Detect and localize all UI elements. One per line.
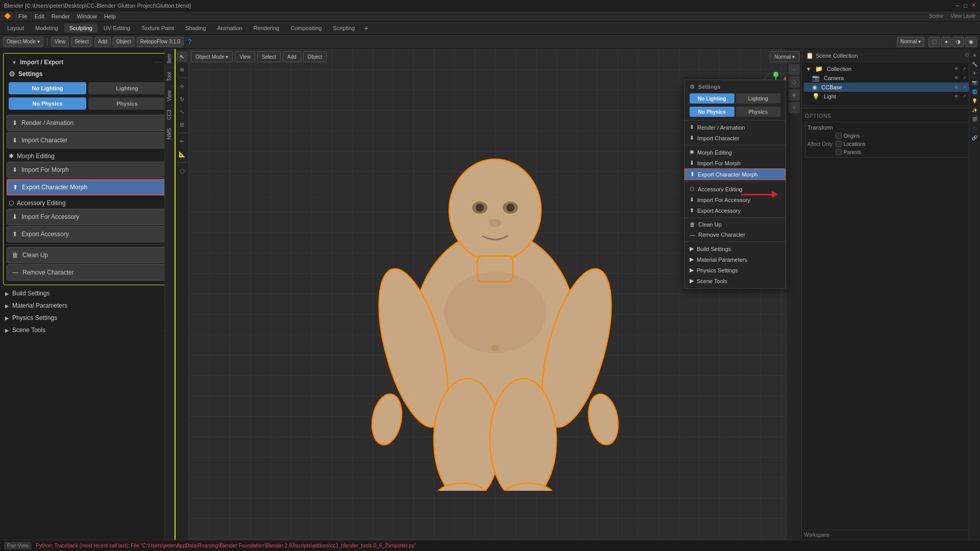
transform-btn[interactable]: ⊞ (177, 119, 188, 130)
sc-light-sel[interactable]: ↗ (961, 93, 968, 100)
sc-light[interactable]: 💡 Light 👁 ↗ 📷 (804, 92, 978, 101)
popup-no-physics[interactable]: No Physics (690, 107, 734, 117)
popup-export-acc[interactable]: ⬆ Export Accessory (684, 205, 786, 216)
scene-tools-item[interactable]: ▶ Scene Tools ··· (0, 324, 175, 336)
help-btn[interactable]: ? (188, 38, 191, 45)
view-menu[interactable]: View (51, 37, 69, 47)
cursor-btn[interactable]: ⊕ (177, 64, 188, 75)
retopo-btn[interactable]: RetopoFlow 3.1.0 (137, 37, 184, 47)
popup-import-char[interactable]: ⬇ Import Character (684, 133, 786, 143)
fr-icon-3[interactable]: 👁 (971, 69, 979, 78)
vp-select-btn[interactable]: Select (257, 51, 281, 62)
add-menu[interactable]: Add (94, 37, 111, 47)
origins-opt[interactable]: Origins (836, 133, 866, 139)
export-accessory-btn[interactable]: ⬆ Export Accessory (7, 226, 168, 242)
popup-clean-up[interactable]: 🗑 Clean Up (684, 219, 786, 230)
measure-btn[interactable]: 📐 (177, 148, 188, 160)
sc-light-vis[interactable]: 👁 (952, 93, 960, 100)
fr-icon-1[interactable]: ◈ (971, 51, 979, 59)
import-for-accessory-btn[interactable]: ⬇ Import For Accessory (7, 209, 168, 225)
popup-render-btn[interactable]: ⬇ Render / Animation (684, 122, 786, 133)
physics-settings-item[interactable]: ▶ Physics Settings ··· (0, 312, 175, 324)
vp-mode-btn[interactable]: Object Mode ▾ (191, 51, 233, 62)
lighting-btn[interactable]: Lighting (88, 82, 166, 94)
move-btn[interactable]: ✛ (177, 81, 188, 92)
fr-icon-5[interactable]: 🌐 (971, 88, 979, 96)
menu-file[interactable]: File (18, 13, 28, 19)
tab-modeling[interactable]: Modeling (30, 23, 63, 33)
vp-icon-4[interactable]: ◈ (789, 89, 800, 101)
vp-icon-5[interactable]: ≡ (789, 102, 800, 113)
popup-scene-tools[interactable]: ▶ Scene Tools (684, 276, 786, 286)
clean-up-btn[interactable]: 🗑 Clean Up (7, 247, 168, 263)
sc-cam-vis[interactable]: 👁 (952, 74, 960, 82)
add-btn[interactable]: ⬡ (177, 165, 188, 177)
scale-btn[interactable]: ⤡ (177, 106, 188, 117)
import-for-morph-btn[interactable]: ⬇ Import For Morph (7, 162, 168, 178)
fr-icon-2[interactable]: 🔧 (971, 60, 979, 68)
popup-no-lighting[interactable]: No Lighting (690, 93, 734, 104)
nms-tab[interactable]: NMS (165, 124, 175, 143)
popup-export-morph[interactable]: ⬆ Export Character Morph (684, 168, 786, 180)
fr-icon-6[interactable]: 💡 (971, 97, 979, 105)
no-physics-btn[interactable]: No Physics (9, 97, 86, 110)
sc-camera[interactable]: 📷 Camera 👁 ↗ 📷 (804, 73, 978, 83)
popup-import-morph[interactable]: ⬇ Import For Morph (684, 158, 786, 168)
add-workspace-btn[interactable]: + (361, 24, 371, 32)
popup-phys-settings[interactable]: ▶ Physics Settings (684, 265, 786, 276)
sc-cam-sel[interactable]: ↗ (961, 74, 968, 82)
item-tab[interactable]: Item (165, 49, 175, 67)
locations-opt[interactable]: Locations (836, 141, 866, 147)
material-params-item[interactable]: ▶ Material Parameters ··· (0, 299, 175, 312)
object-menu[interactable]: Object (113, 37, 135, 47)
maximize-btn[interactable]: □ (964, 3, 967, 9)
minimize-btn[interactable]: ─ (956, 3, 960, 9)
no-lighting-btn[interactable]: No Lighting (9, 82, 86, 94)
tab-sculpting[interactable]: Sculpting (64, 23, 97, 33)
view-tab[interactable]: View (165, 86, 175, 106)
sc-ccbase-vis[interactable]: 👁 (952, 84, 960, 91)
fr-icon-4[interactable]: 📷 (971, 79, 979, 87)
origins-checkbox[interactable] (836, 133, 842, 139)
solid-btn[interactable]: ● (941, 37, 951, 47)
blender-logo[interactable]: 🔶 (4, 13, 11, 19)
remove-character-btn[interactable]: — Remove Character (7, 264, 168, 281)
tab-texture-paint[interactable]: Texture Paint (136, 23, 179, 33)
menu-edit[interactable]: Edit (35, 13, 44, 19)
popup-physics[interactable]: Physics (736, 107, 781, 117)
locations-checkbox[interactable] (836, 141, 842, 147)
annotate-btn[interactable]: ✏ (177, 136, 188, 147)
menu-window[interactable]: Window (77, 13, 97, 19)
fr-icon-10[interactable]: 🔗 (971, 134, 979, 142)
shading-btn[interactable]: Normal ▾ (897, 37, 924, 47)
tab-animation[interactable]: Animation (212, 23, 248, 33)
build-settings-item[interactable]: ▶ Build Settings ··· (0, 287, 175, 299)
vp-shading-toggle[interactable]: Normal ▾ (770, 51, 799, 62)
physics-btn[interactable]: Physics (88, 97, 166, 110)
sc-ccbase[interactable]: ◉ CCBase 👁 ↗ 📷 (804, 83, 978, 92)
tab-layout[interactable]: Layout (2, 23, 29, 33)
rendered-btn[interactable]: ◉ (965, 37, 977, 47)
sc-collection[interactable]: ▼ 📁 Collection 👁 ↗ 📷 (804, 64, 978, 73)
sc-ccbase-sel[interactable]: ↗ (961, 84, 968, 91)
menu-help[interactable]: Help (104, 13, 116, 19)
vp-add-btn[interactable]: Add (283, 51, 301, 62)
parents-checkbox[interactable] (836, 149, 842, 155)
import-character-btn[interactable]: ⬇ Import Character (7, 132, 168, 148)
popup-mat-params[interactable]: ▶ Material Parameters (684, 254, 786, 265)
render-animation-btn[interactable]: ⬇ Render / Animation (7, 115, 168, 131)
export-character-morph-btn[interactable]: ⬆ Export Character Morph (7, 179, 168, 195)
vp-icon-2[interactable]: ↔ (789, 64, 800, 75)
vp-icon-3[interactable]: ⬡ (789, 77, 800, 88)
fr-icon-9[interactable]: ⬡ (971, 124, 979, 133)
sc-col-vis[interactable]: 👁 (952, 65, 960, 72)
parents-opt[interactable]: Parents (836, 149, 866, 155)
select-menu[interactable]: Select (71, 37, 92, 47)
rotate-btn[interactable]: ↻ (177, 93, 188, 105)
fr-icon-7[interactable]: ✨ (971, 106, 979, 114)
popup-build-settings[interactable]: ▶ Build Settings (684, 243, 786, 254)
wireframe-btn[interactable]: ⬚ (928, 37, 940, 47)
material-btn[interactable]: ◑ (952, 37, 964, 47)
menu-render[interactable]: Render (52, 13, 70, 19)
fr-icon-8[interactable]: 🎬 (971, 115, 979, 123)
